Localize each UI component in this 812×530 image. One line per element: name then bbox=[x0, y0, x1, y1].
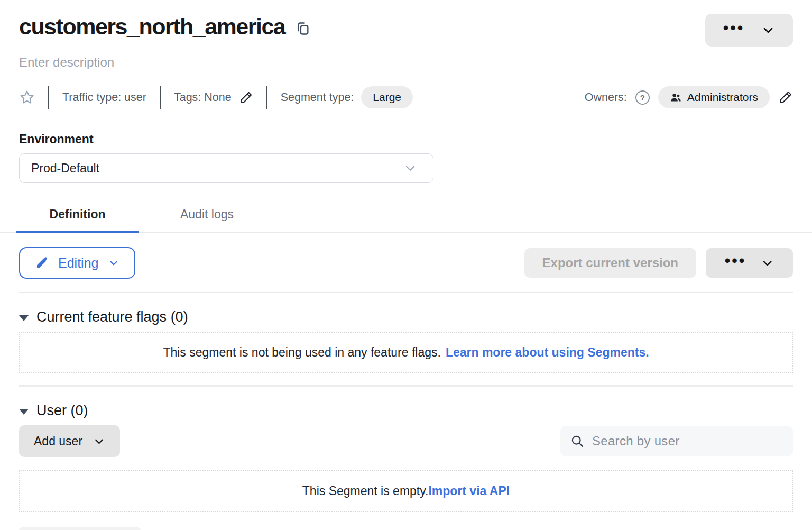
search-icon bbox=[570, 434, 585, 449]
owners-badge[interactable]: Administrators bbox=[658, 86, 770, 108]
star-icon[interactable] bbox=[19, 89, 35, 105]
search-by-user-input[interactable] bbox=[591, 433, 783, 449]
user-empty-text: This Segment is empty. bbox=[302, 484, 429, 498]
title-row: customers_north_america ••• bbox=[19, 0, 793, 47]
more-icon: ••• bbox=[725, 253, 746, 269]
divider bbox=[266, 86, 267, 109]
divider bbox=[19, 292, 793, 293]
environment-select[interactable]: Prod-Default bbox=[19, 153, 433, 183]
pencil-icon bbox=[239, 90, 253, 105]
chevron-down-icon bbox=[403, 161, 417, 175]
copy-name-button[interactable] bbox=[296, 21, 310, 36]
environment-selected-value: Prod-Default bbox=[31, 161, 99, 176]
user-empty-state: This Segment is empty. Import via API bbox=[19, 470, 793, 512]
environment-label: Environment bbox=[19, 132, 793, 147]
people-icon bbox=[670, 92, 682, 104]
import-via-api-link[interactable]: Import via API bbox=[428, 484, 510, 498]
add-user-label: Add user bbox=[34, 434, 82, 449]
help-icon[interactable]: ? bbox=[635, 90, 650, 105]
export-current-version-button[interactable]: Export current version bbox=[524, 248, 696, 278]
traffic-type-label: Traffic type: user bbox=[62, 91, 146, 104]
segment-detail-page: customers_north_america ••• bbox=[0, 0, 812, 530]
feature-flags-empty-text: This segment is not being used in any fe… bbox=[163, 345, 440, 360]
definition-more-actions-button[interactable]: ••• bbox=[706, 248, 793, 278]
chevron-down-icon bbox=[761, 23, 775, 37]
tab-definition[interactable]: Definition bbox=[16, 207, 139, 232]
edit-owners-button[interactable] bbox=[778, 90, 793, 105]
editing-label: Editing bbox=[58, 255, 98, 271]
more-icon: ••• bbox=[723, 20, 745, 36]
editing-mode-button[interactable]: Editing bbox=[19, 247, 135, 279]
feature-flags-section-title: Current feature flags (0) bbox=[36, 309, 188, 325]
divider bbox=[160, 86, 161, 109]
description-field[interactable]: Enter description bbox=[19, 55, 793, 70]
chevron-down-icon bbox=[761, 257, 774, 270]
copy-icon bbox=[296, 21, 310, 36]
user-section-header[interactable]: User (0) bbox=[19, 403, 793, 419]
page-title: customers_north_america bbox=[19, 14, 285, 40]
definition-toolbar: Editing Export current version ••• bbox=[19, 247, 793, 279]
meta-row: Traffic type: user Tags: None bbox=[19, 86, 793, 109]
partially-visible-button[interactable] bbox=[19, 527, 141, 530]
chevron-down-icon bbox=[108, 257, 119, 269]
owners-value: Administrators bbox=[687, 91, 758, 104]
collapse-triangle-icon bbox=[19, 409, 29, 415]
segment-type-badge: Large bbox=[361, 86, 413, 108]
divider bbox=[48, 86, 49, 109]
tags-label: Tags: None bbox=[174, 91, 232, 104]
user-section-title: User (0) bbox=[36, 403, 88, 419]
add-user-button[interactable]: Add user bbox=[19, 425, 120, 457]
collapse-triangle-icon bbox=[19, 315, 29, 321]
pencil-icon bbox=[778, 90, 793, 105]
feature-flags-empty-state: This segment is not being used in any fe… bbox=[19, 332, 793, 373]
pencil-icon bbox=[35, 256, 49, 270]
header-more-actions-button[interactable]: ••• bbox=[705, 14, 793, 47]
tab-audit-logs[interactable]: Audit logs bbox=[139, 207, 275, 232]
tab-bar: Definition Audit logs bbox=[0, 207, 812, 233]
segment-type-label: Segment type: bbox=[281, 91, 354, 104]
search-by-user-container bbox=[560, 426, 793, 456]
chevron-down-icon bbox=[93, 435, 105, 447]
edit-tags-button[interactable] bbox=[239, 90, 253, 105]
feature-flags-section-header[interactable]: Current feature flags (0) bbox=[19, 309, 793, 325]
owners-label: Owners: bbox=[585, 91, 627, 104]
section-divider bbox=[19, 385, 793, 387]
user-controls-row: Add user bbox=[19, 425, 793, 457]
learn-more-segments-link[interactable]: Learn more about using Segments. bbox=[446, 345, 649, 360]
